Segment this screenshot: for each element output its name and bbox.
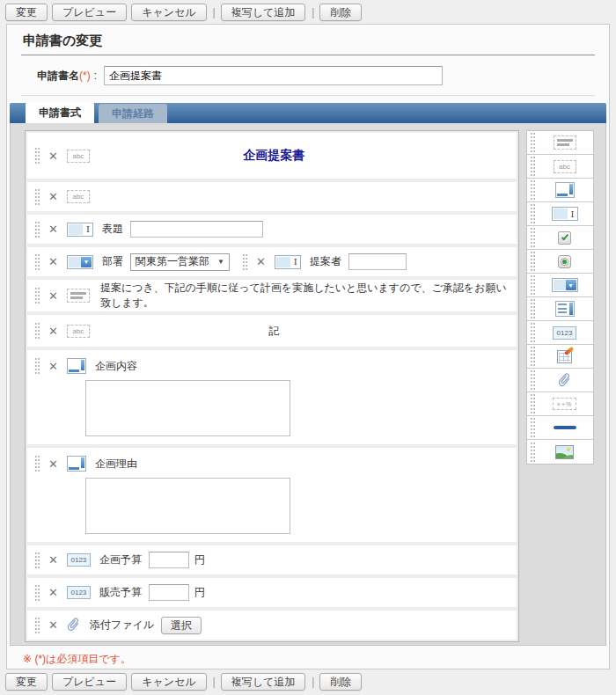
dropdown-icon: ▼ xyxy=(67,255,93,269)
ki-text: 記 xyxy=(90,324,458,339)
drag-handle-icon xyxy=(530,369,536,391)
drag-handle-icon[interactable] xyxy=(34,221,40,238)
text-input-icon: I xyxy=(275,255,301,269)
field-label: 提案者 xyxy=(310,254,341,269)
delete-item-icon[interactable]: ✕ xyxy=(48,150,58,162)
drag-handle-icon[interactable] xyxy=(34,147,40,165)
tab-approval-route[interactable]: 申請経路 xyxy=(99,104,167,123)
field-label: 企画内容 xyxy=(95,359,137,374)
radio-button-icon xyxy=(558,255,571,268)
palette-item-listbox[interactable] xyxy=(527,297,593,321)
drag-handle-icon[interactable] xyxy=(242,253,248,271)
row-empty-label: ✕ abc xyxy=(27,182,517,211)
drag-handle-icon[interactable] xyxy=(34,253,40,271)
textarea-icon xyxy=(67,358,86,374)
drag-handle-icon[interactable] xyxy=(34,322,40,340)
unit-label: 円 xyxy=(194,552,205,567)
delete-item-icon[interactable]: ✕ xyxy=(48,256,58,267)
top-toolbar: 変更 プレビュー キャンセル | 複写して追加 | 削除 xyxy=(0,0,616,24)
delete-item-icon[interactable]: ✕ xyxy=(48,587,58,598)
guidance-text: 提案につき、下記の手順に従って計画を実施したいと思いますので、ご承認をお願い致し… xyxy=(100,281,511,311)
delete-item-icon[interactable]: ✕ xyxy=(256,256,266,267)
cancel-button[interactable]: キャンセル xyxy=(131,673,206,691)
sales-budget-input[interactable] xyxy=(149,584,189,601)
palette-item-paragraph[interactable] xyxy=(527,131,593,155)
drag-handle-icon xyxy=(530,274,536,296)
preview-button[interactable]: プレビュー xyxy=(52,673,127,691)
delete-item-icon[interactable]: ✕ xyxy=(48,554,58,566)
palette-item-separator[interactable] xyxy=(527,416,593,440)
toolbar-separator: | xyxy=(312,676,314,688)
drag-handle-icon[interactable] xyxy=(34,617,40,634)
string-icon: abc xyxy=(67,190,90,203)
form-title-text: 企画提案書 xyxy=(90,148,458,164)
copy-add-button[interactable]: 複写して追加 xyxy=(221,673,306,691)
palette-item-radio[interactable] xyxy=(527,250,593,274)
row-attachment: ✕ 添付ファイル 選択 xyxy=(27,611,517,640)
drag-handle-icon[interactable] xyxy=(34,552,40,569)
copy-add-button[interactable]: 複写して追加 xyxy=(221,4,306,21)
delete-button[interactable]: 削除 xyxy=(319,4,362,21)
palette-item-dropdown[interactable]: ▼ xyxy=(527,274,593,297)
plan-content-textarea[interactable] xyxy=(85,380,290,436)
subject-input[interactable] xyxy=(130,221,263,238)
drag-handle-icon[interactable] xyxy=(34,455,40,472)
palette-item-number[interactable]: 0123 xyxy=(527,321,593,345)
delete-item-icon[interactable]: ✕ xyxy=(48,458,58,470)
file-select-button[interactable]: 選択 xyxy=(161,617,202,634)
field-palette: abc I xyxy=(526,130,594,465)
drag-handle-icon xyxy=(530,417,536,438)
number-icon: 0123 xyxy=(553,326,576,340)
form-name-label: 申請書名 xyxy=(37,69,79,84)
delete-button[interactable]: 削除 xyxy=(319,673,362,691)
palette-item-attachment[interactable] xyxy=(527,369,593,392)
toolbar-separator: | xyxy=(213,676,216,688)
drag-handle-icon[interactable] xyxy=(34,287,40,304)
form-name-input[interactable] xyxy=(104,66,443,85)
palette-item-checkbox[interactable] xyxy=(527,226,593,250)
toolbar-separator: | xyxy=(213,6,216,18)
plan-reason-textarea[interactable] xyxy=(85,478,290,534)
string-icon: abc xyxy=(554,160,576,173)
drag-handle-icon xyxy=(530,298,536,319)
palette-item-image[interactable] xyxy=(527,440,593,464)
department-select-value: 関東第一営業部 xyxy=(136,254,209,269)
page-title: 申請書の変更 xyxy=(21,26,595,55)
row-plan-reason: ✕ 企画理由 xyxy=(27,448,517,542)
delete-item-icon[interactable]: ✕ xyxy=(48,191,58,202)
delete-item-icon[interactable]: ✕ xyxy=(48,361,58,372)
tabs-area: 申請書式 申請経路 ✕ abc 企画提案書 ✕ abc xyxy=(10,103,606,646)
field-label: 添付ファイル xyxy=(90,618,154,633)
delete-item-icon[interactable]: ✕ xyxy=(48,223,58,235)
row-plan-content: ✕ 企画内容 xyxy=(27,350,517,444)
preview-button[interactable]: プレビュー xyxy=(52,4,127,21)
image-icon xyxy=(555,445,574,459)
number-icon: 0123 xyxy=(67,586,91,599)
palette-item-text-input[interactable]: I xyxy=(527,202,593,226)
dropdown-icon: ▼ xyxy=(552,278,578,292)
drag-handle-icon[interactable] xyxy=(34,357,40,375)
drag-handle-icon[interactable] xyxy=(34,584,40,602)
label-colon: : xyxy=(94,70,97,82)
delete-item-icon[interactable]: ✕ xyxy=(48,290,58,302)
tab-form-layout[interactable]: 申請書式 xyxy=(26,102,94,123)
palette-item-string[interactable]: abc xyxy=(527,155,593,179)
field-label: 部署 xyxy=(102,254,123,269)
delete-item-icon[interactable]: ✕ xyxy=(48,326,58,337)
proposer-input[interactable] xyxy=(348,253,407,270)
palette-item-textarea[interactable] xyxy=(527,179,593,202)
text-input-icon: I xyxy=(552,207,578,221)
change-button[interactable]: 変更 xyxy=(5,673,48,691)
department-select[interactable]: 関東第一営業部 ▼ xyxy=(130,253,230,271)
drag-handle-icon[interactable] xyxy=(34,188,40,206)
palette-item-calculation[interactable]: ×+% xyxy=(527,392,593,416)
delete-item-icon[interactable]: ✕ xyxy=(48,619,58,631)
change-button[interactable]: 変更 xyxy=(5,4,48,21)
plan-budget-input[interactable] xyxy=(149,552,189,568)
tab-bar: 申請書式 申請経路 xyxy=(10,103,606,123)
paperclip-icon xyxy=(558,372,572,388)
row-plan-budget: ✕ 0123 企画予算 円 xyxy=(27,545,517,574)
palette-item-date[interactable] xyxy=(527,345,593,369)
drag-handle-icon xyxy=(530,393,536,414)
cancel-button[interactable]: キャンセル xyxy=(131,4,206,21)
